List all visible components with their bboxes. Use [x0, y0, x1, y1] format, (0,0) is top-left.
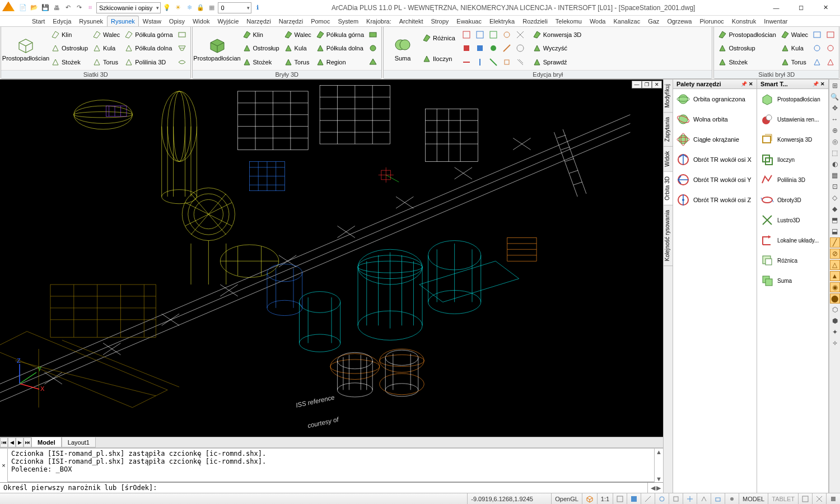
palette-item-obr-t-tr-wok---osi-x[interactable]: Obrót TR wokół osi X [673, 150, 757, 170]
right-tool-8-icon[interactable]: ▦ [830, 170, 840, 180]
p--kula-dolna-button[interactable]: Półkula dolna [123, 42, 174, 54]
ribbon-tab-gaz[interactable]: Gaz [644, 16, 663, 26]
sun-icon[interactable]: ☀ [173, 3, 183, 13]
right-tool-9-icon[interactable]: ⊡ [830, 181, 840, 192]
mesh-solid-2-icon[interactable] [824, 29, 837, 41]
layer-icon[interactable]: ▦ [207, 3, 217, 13]
right-tool-12-icon[interactable]: ⬒ [830, 215, 840, 225]
edit-solid-9-icon[interactable] [501, 42, 513, 54]
minimize-button[interactable]: — [764, 0, 788, 16]
right-tool-22-icon[interactable]: ✦ [830, 327, 840, 337]
palette-1-header[interactable]: Palety narzędzi📌 ✕ [673, 80, 757, 89]
open-icon[interactable]: 📂 [29, 3, 39, 13]
walec-button[interactable]: Walec [91, 29, 122, 41]
palette-item-ci-g-e-okr--anie[interactable]: Ciągłe okrążanie [673, 129, 757, 150]
prostopadloscian-solid-button[interactable]: Prostopadłościan [195, 28, 240, 69]
doc-close-button[interactable]: ✕ [652, 81, 662, 88]
ribbon-tab-elektryka[interactable]: Elektryka [486, 16, 519, 26]
ribbon-tab-konstruk[interactable]: Konstruk [728, 16, 760, 26]
edit-solid-7-icon[interactable] [474, 42, 486, 54]
lock-icon[interactable]: 🔒 [195, 3, 206, 13]
palette-item-obr-t-tr-wok---osi-y[interactable]: Obrót TR wokół osi Y [673, 170, 757, 190]
status-snap-4-icon[interactable] [655, 493, 669, 504]
iloczyn-button[interactable]: Iloczyn [421, 53, 457, 65]
smart-item-obroty3d[interactable]: Obroty3D [757, 190, 828, 210]
edit-solid-4-icon[interactable] [501, 29, 513, 41]
edit-solid-14-icon[interactable] [501, 56, 513, 68]
solid-extra-3-icon[interactable] [367, 56, 379, 68]
ribbon-tab-opisy[interactable]: Opisy [165, 16, 189, 26]
edit-solid-3-icon[interactable] [487, 29, 500, 41]
solid-extra-2-icon[interactable] [367, 42, 379, 54]
kula-button[interactable]: Kula [282, 42, 313, 54]
mesh-extra-2-icon[interactable] [176, 42, 188, 54]
ribbon-tab-ogrzewa[interactable]: Ogrzewa [663, 16, 696, 26]
klin-button[interactable]: Klin [241, 29, 281, 41]
smart-item-suma[interactable]: Suma [757, 270, 828, 291]
suma-button[interactable]: Suma [386, 28, 419, 69]
ribbon-tab-inwentar[interactable]: Inwentar [760, 16, 791, 26]
status-end-2-icon[interactable] [812, 493, 826, 504]
side-tab-kolejnorysowania[interactable]: Kolejność rysowania [664, 206, 673, 266]
mesh-solid-3-icon[interactable] [811, 42, 823, 54]
right-tool-15-icon[interactable]: ⊘ [830, 249, 840, 259]
command-close-button[interactable]: × [0, 449, 8, 482]
status-snap-2-icon[interactable] [627, 493, 641, 504]
right-tool-1-icon[interactable]: 🔍 [830, 92, 840, 102]
ribbon-tab-krajobra[interactable]: Krajobra: [362, 16, 395, 26]
cmd-right-button[interactable]: ▶ [656, 484, 661, 492]
cmd-left-button[interactable]: ◀ [651, 484, 655, 492]
edit-solid-6-icon[interactable] [460, 42, 473, 54]
status-snap-7-icon[interactable] [697, 493, 711, 504]
palette-2-header[interactable]: Smart T...📌 ✕ [757, 80, 828, 89]
smart-item-iloczyn[interactable]: Iloczyn [757, 150, 828, 170]
klin-button[interactable]: Klin [49, 29, 90, 41]
torus-button[interactable]: Torus [282, 56, 313, 68]
ribbon-tab-start[interactable]: Start [28, 16, 49, 26]
status-model[interactable]: MODEL [739, 493, 768, 504]
status-opengl[interactable]: OpenGL [551, 493, 582, 504]
right-tool-3-icon[interactable]: ↔ [830, 114, 840, 124]
side-tab-orbitad[interactable]: Orbita 3D [664, 172, 673, 206]
mesh-solid-5-icon[interactable] [811, 56, 823, 68]
smart-item-ustawienia-ren---[interactable]: Ustawienia ren... [757, 109, 828, 129]
r--nica-button[interactable]: Różnica [421, 32, 457, 44]
status-end-1-icon[interactable] [798, 493, 812, 504]
ostros-up-button[interactable]: Ostrosłup [241, 42, 281, 54]
smart-item-konwersja-3d[interactable]: Konwersja 3D [757, 129, 828, 150]
p--kula-dolna-button[interactable]: Półkula dolna [314, 42, 366, 54]
right-tool-0-icon[interactable]: ⊞ [830, 81, 840, 91]
ribbon-tab-widok[interactable]: Widok [189, 16, 214, 26]
kula-button[interactable]: Kula [779, 42, 810, 54]
status-snap-6-icon[interactable] [683, 493, 697, 504]
ribbon-tab-narzdzi[interactable]: Narzędzi [242, 16, 274, 26]
cmd-scroll-up-button[interactable]: ▲ [656, 449, 662, 455]
edit-solid-12-icon[interactable] [474, 56, 486, 68]
status-snap-9-icon[interactable] [725, 493, 739, 504]
right-tool-17-icon[interactable]: ▲ [830, 271, 840, 281]
palette-item-orbita-ograniczona[interactable]: Orbita ograniczona [673, 89, 757, 109]
save-icon[interactable]: 💾 [40, 3, 50, 13]
sto-ek-button[interactable]: Stożek [49, 56, 90, 68]
right-tool-11-icon[interactable]: ◆ [830, 204, 840, 214]
mesh-solid-1-icon[interactable] [811, 29, 823, 41]
maximize-button[interactable]: ◻ [788, 0, 813, 16]
konwersja-3d-button[interactable]: Konwersja 3D [531, 29, 583, 41]
tab-prev-button[interactable]: ◀ [8, 437, 16, 447]
status-snap-5-icon[interactable] [669, 493, 683, 504]
solid-extra-1-icon[interactable] [367, 29, 379, 41]
palette-item-obr-t-tr-wok---osi-z[interactable]: Obrót TR wokół osi Z [673, 190, 757, 210]
side-tab-widok[interactable]: Widok [664, 147, 673, 172]
info-icon[interactable]: ℹ [253, 3, 263, 13]
drawing-viewport[interactable]: — ❐ ✕ [0, 80, 663, 437]
palette-pin-icon[interactable]: 📌 ✕ [741, 81, 753, 87]
palette-pin-icon[interactable]: 📌 ✕ [813, 81, 825, 87]
right-tool-20-icon[interactable]: ⬡ [830, 305, 840, 315]
layout-tab-layout1[interactable]: Layout1 [62, 437, 96, 447]
smart-item-r--nica[interactable]: Różnica [757, 250, 828, 270]
edit-solid-8-icon[interactable] [487, 42, 500, 54]
torus-button[interactable]: Torus [779, 56, 810, 68]
status-end-3-icon[interactable] [826, 493, 840, 504]
ribbon-tab-rozdzieli[interactable]: Rozdzieli [519, 16, 552, 26]
snow-icon[interactable]: ❄ [184, 3, 194, 13]
